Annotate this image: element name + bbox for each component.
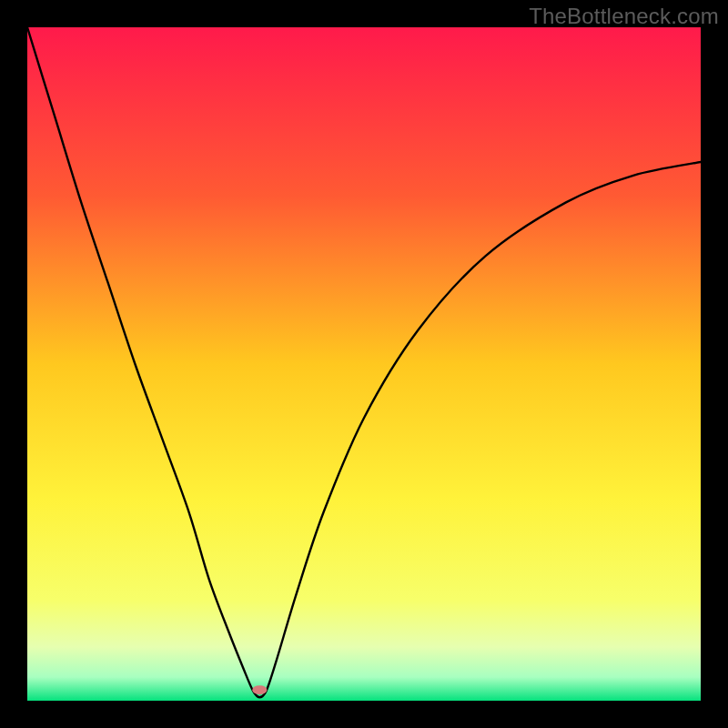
chart-frame: TheBottleneck.com — [0, 0, 728, 728]
min-marker — [252, 685, 267, 694]
plot-area — [27, 27, 701, 701]
chart-svg — [27, 27, 701, 701]
watermark-text: TheBottleneck.com — [529, 4, 719, 29]
gradient-background — [27, 27, 701, 701]
